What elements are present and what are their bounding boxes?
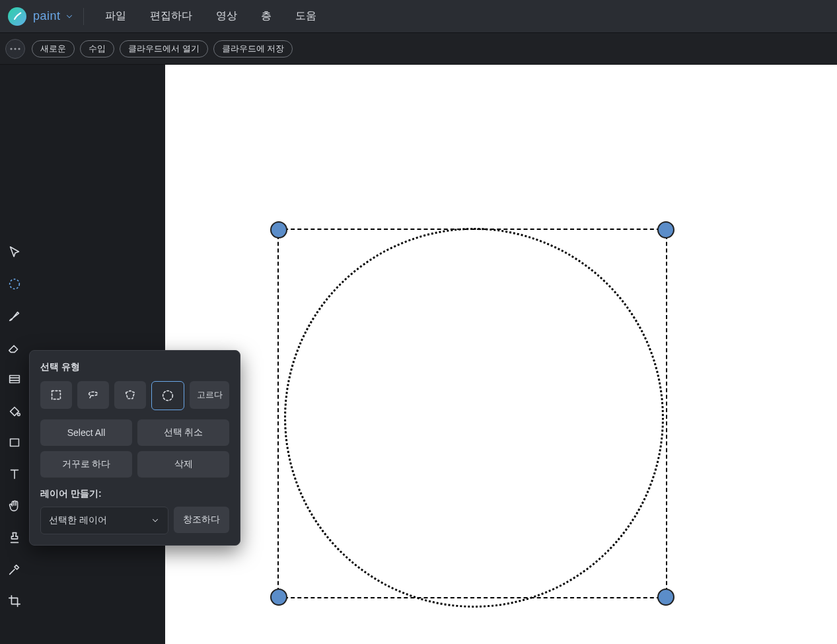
svg-point-1: [14, 48, 16, 50]
open-cloud-button[interactable]: 클라우드에서 열기: [120, 40, 208, 57]
app-menu-caret[interactable]: [65, 12, 74, 21]
chevron-down-icon: [151, 516, 160, 525]
tool-crop[interactable]: [0, 585, 29, 617]
app-logo: [8, 7, 26, 26]
svg-point-3: [10, 279, 20, 289]
svg-point-0: [10, 48, 12, 50]
tool-gradient[interactable]: [0, 363, 29, 395]
tool-hand[interactable]: [0, 490, 29, 522]
tool-rectangle[interactable]: [0, 427, 29, 458]
selection-type-ellipse[interactable]: [151, 381, 184, 410]
menu-file[interactable]: 파일: [98, 5, 133, 27]
delete-button[interactable]: 삭제: [137, 451, 229, 478]
svg-rect-10: [52, 391, 61, 400]
tool-pointer[interactable]: [0, 236, 29, 268]
tool-stamp[interactable]: [0, 522, 29, 554]
selection-handle-bottom-left[interactable]: [270, 589, 287, 606]
selection-handle-top-left[interactable]: [270, 221, 287, 238]
make-layer-row: 선택한 레이어 창조하다: [40, 507, 229, 534]
tool-rail: [0, 65, 29, 644]
menu-bar: paint 파일 편집하다 영상 층 도움: [0, 0, 837, 33]
selection-actions: Select All 선택 취소 거꾸로 하다 삭제: [40, 419, 229, 478]
selection-options-popover: 선택 유형 고르다 Select All 선택 취소 거꾸로 하다 삭제 레이어…: [29, 350, 240, 546]
selection-type-label: 선택 유형: [40, 361, 229, 373]
selection-type-rect[interactable]: [40, 381, 72, 409]
app-name[interactable]: paint: [33, 9, 61, 23]
layer-source-value: 선택한 레이어: [49, 515, 107, 526]
tool-brush[interactable]: [0, 300, 29, 332]
svg-point-11: [163, 391, 173, 401]
menu-layer[interactable]: 층: [254, 5, 278, 27]
selection-type-row: 고르다: [40, 381, 229, 410]
drawing-canvas[interactable]: [165, 65, 837, 644]
tool-eraser[interactable]: [0, 332, 29, 363]
secondary-bar: 새로운 수입 클라우드에서 열기 클라우드에 저장: [0, 33, 837, 65]
svg-rect-8: [11, 439, 19, 447]
more-button[interactable]: [5, 39, 25, 59]
menu-separator: [83, 8, 84, 25]
selection-handle-top-right[interactable]: [657, 221, 674, 238]
tool-fill[interactable]: [0, 395, 29, 427]
create-layer-button[interactable]: 창조하다: [174, 507, 229, 533]
drawn-circle: [284, 228, 664, 608]
selection-type-lasso[interactable]: [77, 381, 109, 409]
menu-edit[interactable]: 편집하다: [143, 5, 199, 27]
selection-type-polygon[interactable]: [114, 381, 146, 409]
svg-point-2: [18, 48, 20, 50]
make-layer-label: 레이어 만들기:: [40, 488, 229, 500]
tool-eyedropper[interactable]: [0, 554, 29, 585]
crop-button[interactable]: 고르다: [190, 381, 229, 409]
canvas-area: [165, 65, 837, 644]
tool-select-ellipse[interactable]: [0, 268, 29, 300]
svg-point-7: [18, 413, 20, 416]
layer-source-select[interactable]: 선택한 레이어: [40, 507, 168, 534]
tool-text[interactable]: [0, 458, 29, 490]
select-all-button[interactable]: Select All: [40, 419, 132, 446]
open-button[interactable]: 수입: [80, 40, 114, 57]
deselect-button[interactable]: 선택 취소: [137, 419, 229, 446]
new-button[interactable]: 새로운: [32, 40, 75, 57]
save-cloud-button[interactable]: 클라우드에 저장: [213, 40, 293, 57]
menu-help[interactable]: 도움: [289, 5, 323, 27]
svg-rect-4: [10, 376, 20, 383]
menu-video[interactable]: 영상: [209, 5, 244, 27]
invert-button[interactable]: 거꾸로 하다: [40, 451, 132, 478]
selection-handle-bottom-right[interactable]: [657, 589, 674, 606]
